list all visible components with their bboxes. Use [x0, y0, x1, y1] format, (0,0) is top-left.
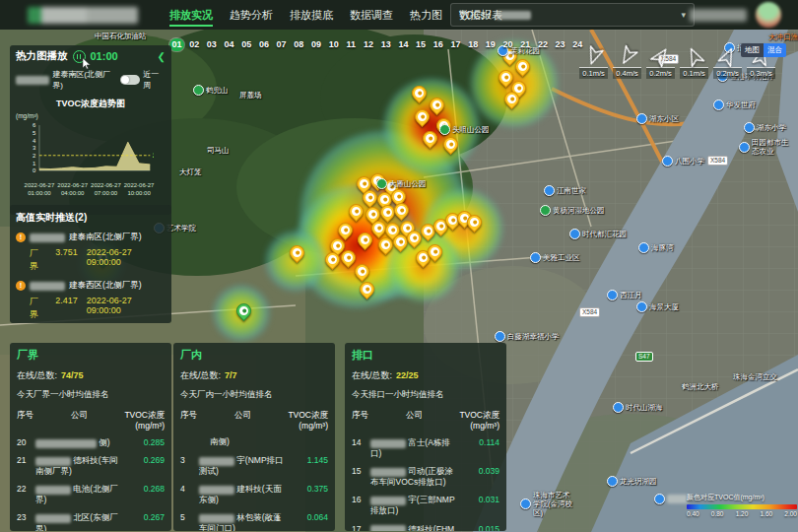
row-company: 富士(A栋排口) — [370, 437, 458, 459]
table-row[interactable]: 23 北区(东侧厂界)0.267 — [17, 512, 165, 531]
hour-02[interactable]: 02 — [187, 38, 202, 51]
ranking-panel-outlet: 排口在线/总数:22/25今天排口一小时均值排名序号公司TVOC浓度(mg/m³… — [345, 343, 506, 531]
collapse-panel-icon[interactable]: ❮ — [158, 51, 166, 62]
hour-13[interactable]: 13 — [378, 38, 393, 51]
map-label: 白藤湖幸福小学 — [495, 331, 560, 342]
row-company: 司动(正极涂布车间VOCs排放口) — [370, 466, 458, 488]
table-row[interactable]: 21 德科技(车间南侧厂界)0.269 — [17, 455, 165, 477]
hour-12[interactable]: 12 — [362, 38, 376, 51]
hour-19[interactable]: 19 — [483, 38, 498, 51]
hour-03[interactable]: 03 — [204, 38, 219, 51]
nav-survey[interactable]: 数据调查 — [350, 0, 393, 30]
hour-07[interactable]: 07 — [274, 38, 289, 51]
map-type-hybrid-button[interactable]: 混合 — [764, 43, 786, 57]
map-label: 鹤兜山 — [193, 85, 229, 96]
ranking-panel-boundary: 厂界在线/总数:74/75今天厂界一小时均值排名序号公司TVOC浓度(mg/m³… — [10, 343, 171, 531]
hour-22[interactable]: 22 — [535, 38, 550, 51]
table-row[interactable]: 4 建科技(天面东侧)0.375 — [180, 484, 328, 505]
map-canvas[interactable]: 中国石化加油站大冲口渔村鹤兜山屏麓场司马山大灯笼艺术学院大雁山公园头咀山公园茉莉… — [0, 30, 798, 532]
map-label-text: 华发世府 — [726, 100, 756, 110]
table-row[interactable]: 3 宇(NMP排口测试)1.145 — [180, 455, 328, 477]
hour-06[interactable]: 06 — [256, 38, 271, 51]
hour-14[interactable]: 14 — [396, 38, 411, 51]
time-slider: 0102030405060708091011121314151617181920… — [169, 38, 585, 51]
nav-heatmap[interactable]: 热力图 — [410, 0, 442, 30]
map-type-switch: 地图混合 — [741, 43, 786, 57]
company-redacted — [199, 514, 234, 523]
station-toggle[interactable] — [120, 75, 140, 85]
hour-09[interactable]: 09 — [309, 38, 324, 51]
map-label-text: 头咀山公园 — [452, 125, 490, 135]
hour-10[interactable]: 10 — [326, 38, 341, 51]
online-count: 在线/总数:22/25 — [352, 369, 499, 382]
row-company: 电池(北侧厂界) — [35, 484, 123, 505]
hour-16[interactable]: 16 — [431, 38, 445, 51]
online-label: 在线/总数: — [180, 370, 221, 380]
blue-poi-icon — [713, 100, 724, 110]
col-header-value: TVOC浓度(mg/m³) — [458, 410, 499, 431]
blue-poi-icon — [607, 476, 618, 487]
table-row[interactable]: 20 侧)0.285 — [17, 437, 165, 448]
chevron-down-icon: ▾ — [681, 10, 686, 20]
hour-20[interactable]: 20 — [500, 38, 515, 51]
heatmap-playback-panel: 热力图播放 01:00 ❮ 建泰南区(北侧厂界) 近一周 TVOC浓度趋势图 (… — [10, 45, 171, 215]
map-label-text: 大冲口渔村 — [768, 33, 798, 42]
push-alert-item[interactable]: !建泰南区(北侧厂界)厂界3.7512022-06-27 09:00:00 — [16, 232, 166, 273]
hour-18[interactable]: 18 — [466, 38, 481, 51]
hour-08[interactable]: 08 — [292, 38, 306, 51]
map-type-map-button[interactable]: 地图 — [741, 43, 764, 57]
push-alert-item[interactable]: !建泰西区(北侧厂界)厂界2.4172022-06-27 09:00:00 — [16, 280, 166, 321]
col-header-value-name: TVOC浓度 — [458, 410, 499, 421]
blue-poi-icon — [495, 331, 505, 342]
blue-poi-icon — [739, 142, 750, 153]
col-header-value-name: TVOC浓度 — [287, 410, 328, 421]
row-value: 0.268 — [123, 484, 165, 495]
wind-direction-icon — [713, 46, 742, 66]
row-value: 0.114 — [458, 437, 499, 448]
blue-poi-icon — [607, 290, 618, 300]
table-row[interactable]: 17 德科技(FHMP1007)0.015 — [352, 524, 499, 531]
hour-23[interactable]: 23 — [553, 38, 567, 51]
row-rank: 5 — [180, 512, 199, 523]
map-label: 珠海金湾立交 — [733, 372, 777, 382]
wind-speed-value: 0.3m/s — [747, 67, 775, 79]
row-value: 0.031 — [458, 495, 499, 505]
row-value: 0.375 — [287, 484, 328, 495]
map-label-text: 田园都市生态农业 — [752, 138, 794, 156]
table-row[interactable]: 14 富士(A栋排口)0.114 — [352, 437, 499, 459]
road-badge: S47 — [635, 352, 653, 362]
range-label[interactable]: 近一周 — [143, 69, 166, 91]
nav-baseline[interactable]: 排放摸底 — [290, 0, 333, 30]
avatar[interactable] — [756, 2, 781, 28]
table-row[interactable]: 5 林包装(敞蓬车间门口)0.064 — [180, 512, 328, 531]
hour-11[interactable]: 11 — [344, 38, 359, 51]
hour-15[interactable]: 15 — [414, 38, 429, 51]
nav-trend[interactable]: 趋势分析 — [230, 0, 273, 30]
table-row[interactable]: 15 司动(正极涂布车间VOCs排放口)0.039 — [352, 466, 499, 488]
nav-live[interactable]: 排放实况 — [169, 0, 213, 30]
map-label: 司马山 — [207, 146, 230, 156]
company-redacted — [35, 457, 71, 466]
hour-21[interactable]: 21 — [518, 38, 533, 51]
x-axis-label: 2022-06-2701:00:00 — [25, 182, 55, 198]
col-header-value: TVOC浓度(mg/m³) — [123, 410, 165, 431]
legend-tick: 0.80 — [711, 510, 724, 517]
row-company: 北区(东侧厂界) — [35, 512, 123, 531]
map-label: 龙光玥湖园 — [607, 476, 657, 487]
wind-direction-icon — [646, 46, 675, 66]
wind-direction-icon — [613, 46, 641, 66]
vocs-selector-value-redacted — [496, 11, 531, 20]
svg-text:6: 6 — [33, 122, 36, 128]
table-row[interactable]: 16 宇(三部NMP排放口)0.031 — [352, 495, 499, 516]
row-company: 宇(NMP排口测试) — [199, 455, 287, 477]
hour-17[interactable]: 17 — [448, 38, 463, 51]
hour-01[interactable]: 01 — [169, 38, 184, 51]
pause-button[interactable] — [73, 50, 86, 63]
vocs-selector[interactable]: VOCs / ▾ — [450, 3, 695, 27]
col-header-value-name: TVOC浓度 — [123, 410, 165, 421]
hour-05[interactable]: 05 — [239, 38, 254, 51]
map-label: 八围小学 — [662, 156, 704, 166]
table-row[interactable]: 22 电池(北侧厂界)0.268 — [17, 484, 165, 505]
alert-value: 2.417 — [55, 296, 78, 321]
hour-04[interactable]: 04 — [222, 38, 236, 51]
